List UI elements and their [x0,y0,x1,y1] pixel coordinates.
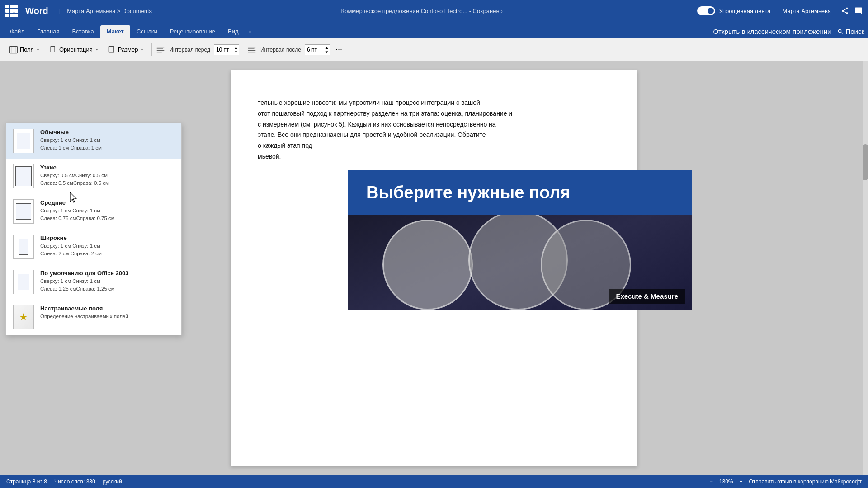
margin-moderate-detail2: Слева: 0.75 смСправа: 0.75 см [40,215,174,222]
execute-measure-badge: Execute & Measure [609,289,685,304]
orientation-button[interactable]: Ориентация [46,44,103,56]
ribbon-toggle[interactable] [697,6,715,15]
spacing-after-spinbox[interactable]: 6 пт ▲ ▼ [305,44,330,55]
spinbox-after-down-icon[interactable]: ▼ [325,50,329,55]
svg-rect-2 [16,46,16,53]
spacing-after-label: Интервал после [260,47,301,53]
spacing-after-input[interactable]: 6 пт [307,47,323,53]
feedback-link[interactable]: Отправить отзыв в корпорацию Майкрософт [749,479,862,485]
status-bar-right: − 130% + Отправить отзыв в корпорацию Ма… [710,479,862,485]
margin-narrow-detail2: Слева: 0.5 смСправа: 0.5 см [40,179,174,187]
spacing-before-input[interactable]: 10 пт [216,47,232,53]
margin-wide-detail2: Слева: 2 см Справа: 2 см [40,250,174,258]
fields-label: Поля [20,46,34,53]
margin-normal-title: Обычные [40,129,174,136]
margin-normal-detail2: Слева: 1 см Справа: 1 см [40,144,174,152]
orientation-label: Ориентация [59,46,93,53]
fields-icon [9,45,18,54]
margin-narrow-preview [13,164,34,188]
orientation-icon [49,46,57,54]
margin-normal-detail1: Сверху: 1 см Снизу: 1 см [40,136,174,144]
margin-office2003-detail1: Сверху: 1 см Снизу: 1 см [40,277,174,285]
tab-home[interactable]: Главная [31,25,66,38]
margin-office2003-preview [13,270,34,294]
document-text: тельные хорошие новости: мы упростили на… [258,98,610,162]
scrollbar-thumb[interactable] [863,144,868,180]
share-icon[interactable] [841,7,849,15]
margin-narrow-title: Узкие [40,164,174,171]
margin-office2003-text: По умолчанию для Office 2003 Сверху: 1 с… [40,270,174,293]
tab-insert[interactable]: Вставка [66,25,100,38]
spacing-after-icon [247,45,257,55]
tab-review[interactable]: Рецензирование [164,25,222,38]
svg-rect-0 [10,46,18,53]
zoom-minus-icon[interactable]: − [710,479,713,485]
spinbox-after-up-icon[interactable]: ▲ [325,46,329,50]
tab-view[interactable]: Вид [222,25,245,38]
highlight-banner: Выберите нужные поля [348,170,692,215]
fields-dropdown-icon [36,47,40,52]
margins-dropdown: Обычные Сверху: 1 см Снизу: 1 см Слева: … [5,123,182,335]
username[interactable]: Марта Артемьева [783,8,831,14]
margin-office2003-title: По умолчанию для Office 2003 [40,270,174,277]
person-circle-1 [382,220,473,310]
doc-line-6: мьевой. [258,151,610,162]
margin-moderate-item[interactable]: Средние Сверху: 1 см Снизу: 1 см Слева: … [6,194,181,229]
margin-custom-item[interactable]: ★ Настраиваемые поля... Определение наст… [6,300,181,335]
spacing-before-label: Интервал перед [169,47,210,53]
margin-moderate-detail1: Сверху: 1 см Снизу: 1 см [40,207,174,215]
comment-icon[interactable] [854,7,863,15]
margin-custom-text: Настраиваемые поля... Определение настра… [40,305,174,320]
margin-custom-detail1: Определение настраиваемых полей [40,313,174,320]
margin-wide-item[interactable]: Широкие Сверху: 1 см Снизу: 1 см Слева: … [6,229,181,264]
tab-references[interactable]: Ссылки [130,25,164,38]
spacing-before-spinbox[interactable]: 10 пт ▲ ▼ [214,44,239,55]
size-button[interactable]: Размер [104,44,148,56]
size-label: Размер [118,46,138,53]
app-name: Word [25,6,48,16]
view-more-icon[interactable] [247,29,253,35]
margin-office2003-detail2: Слева: 1.25 смСправа: 1.25 см [40,285,174,293]
more-options-button[interactable]: ··· [332,43,346,56]
margin-normal-preview [13,129,34,153]
document-title: Коммерческое предложение Contoso Electro… [156,8,687,14]
zoom-plus-icon[interactable]: + [740,479,743,485]
spacing-before-icon [156,45,165,55]
doc-line-3: с измерением (см. рисунок 5). Каждый из … [258,119,610,130]
margin-narrow-item[interactable]: Узкие Сверху: 0.5 смСнизу: 0.5 см Слева:… [6,159,181,194]
margin-normal-item[interactable]: Обычные Сверху: 1 см Снизу: 1 см Слева: … [6,123,181,159]
open-classic-button[interactable]: Открыть в классическом приложении [713,28,831,35]
orientation-dropdown-icon [94,47,99,52]
scrollbar-track[interactable] [863,61,868,475]
page-info: Страница 8 из 8 [6,479,47,485]
breadcrumb[interactable]: Марта Артемьева > Documents [67,8,152,14]
spinbox-down-icon[interactable]: ▼ [234,50,238,55]
waffle-icon[interactable] [5,5,18,17]
spinbox-up-icon[interactable]: ▲ [234,46,238,50]
margin-office2003-item[interactable]: По умолчанию для Office 2003 Сверху: 1 с… [6,264,181,300]
star-icon: ★ [19,311,28,323]
doc-line-4: этапе. Все они предназначены для простой… [258,130,610,141]
margin-narrow-detail1: Сверху: 0.5 смСнизу: 0.5 см [40,172,174,179]
toolbar-separator-1 [151,43,152,56]
svg-rect-4 [109,46,114,52]
separator: | [59,8,61,14]
status-bar: Страница 8 из 8 Число слов: 380 русский … [0,475,868,488]
size-icon [108,46,116,54]
title-icons [841,7,863,15]
margin-custom-title: Настраиваемые поля... [40,305,174,312]
margin-wide-detail1: Сверху: 1 см Снизу: 1 см [40,242,174,250]
doc-line-5: о каждый этап под [258,141,610,151]
ribbon-right-actions: Открыть в классическом приложении Поиск [713,28,864,38]
tab-file[interactable]: Файл [4,25,31,38]
language: русский [103,479,122,485]
doc-line-1: тельные хорошие новости: мы упростили на… [258,98,610,108]
spacing-before-arrows[interactable]: ▲ ▼ [234,46,238,55]
tab-layout[interactable]: Макет [100,25,130,38]
search-label: Поиск [845,28,864,35]
spacing-after-arrows[interactable]: ▲ ▼ [325,46,329,55]
search-icon[interactable]: Поиск [837,28,864,35]
fields-button[interactable]: Поля [5,43,44,56]
ribbon-toggle-group: Упрощенная лента [697,6,770,15]
margin-custom-preview: ★ [13,305,34,329]
